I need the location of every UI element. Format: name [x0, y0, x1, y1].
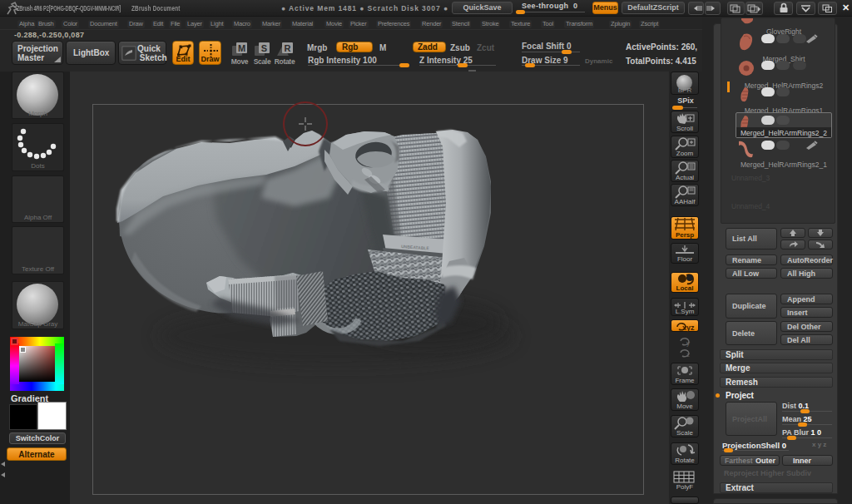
svg-text:z: z: [686, 351, 690, 358]
svg-text:y: y: [686, 339, 690, 347]
svg-text:S: S: [261, 43, 267, 53]
svg-text:xyz: xyz: [682, 324, 695, 332]
svg-text:R: R: [285, 43, 291, 53]
svg-text:M: M: [238, 43, 245, 53]
